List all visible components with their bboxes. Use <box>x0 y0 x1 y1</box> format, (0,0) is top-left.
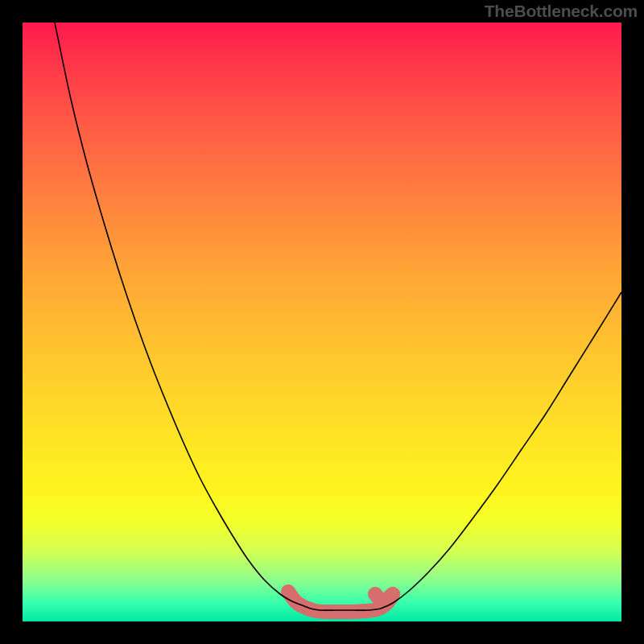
chart-plot-area <box>23 23 621 621</box>
chart-svg <box>23 23 621 621</box>
left-curve-series <box>55 23 311 609</box>
watermark-text: TheBottleneck.com <box>485 2 638 21</box>
right-curve-series <box>381 292 621 609</box>
